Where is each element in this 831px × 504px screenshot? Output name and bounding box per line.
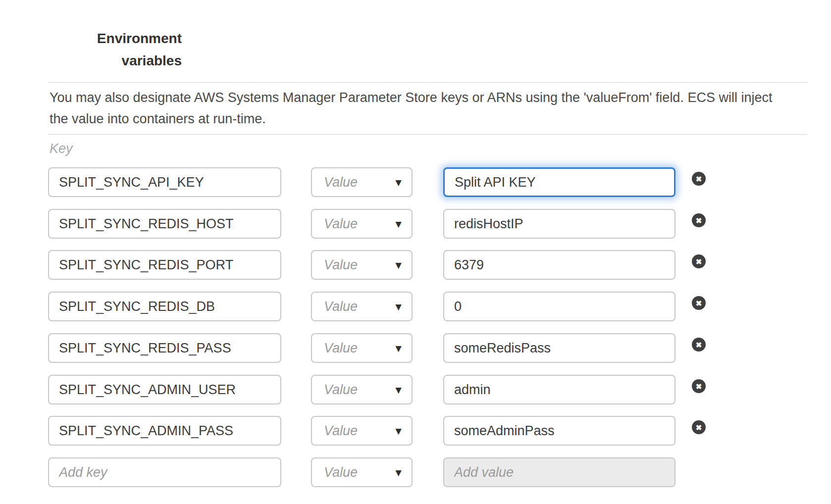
- environment-variables-section: Environment variables You may also desig…: [0, 0, 831, 504]
- env-value-input[interactable]: [443, 250, 675, 280]
- env-value-input[interactable]: [443, 209, 675, 239]
- env-var-row: Value ▼ ✖: [0, 416, 831, 446]
- value-type-dropdown[interactable]: Value ▼: [311, 167, 413, 197]
- value-type-dropdown[interactable]: Value ▼: [311, 416, 413, 446]
- value-type-label: Value: [324, 175, 358, 190]
- value-type-label: Value: [324, 465, 358, 480]
- env-value-input[interactable]: [443, 416, 675, 446]
- remove-row-button[interactable]: ✖: [692, 296, 706, 310]
- section-label-line2: variables: [48, 50, 182, 72]
- value-type-dropdown[interactable]: Value ▼: [311, 209, 413, 239]
- section-description: You may also designate AWS Systems Manag…: [50, 87, 772, 130]
- env-key-input[interactable]: [48, 292, 281, 321]
- chevron-down-icon: ▼: [393, 260, 404, 270]
- remove-icon: ✖: [696, 383, 702, 390]
- env-value-input[interactable]: [443, 333, 675, 363]
- add-value-input: [443, 457, 675, 487]
- value-type-label: Value: [324, 382, 358, 398]
- value-type-label: Value: [324, 257, 358, 273]
- chevron-down-icon: ▼: [393, 302, 404, 312]
- chevron-down-icon: ▼: [393, 467, 404, 478]
- remove-icon: ✖: [696, 300, 702, 307]
- remove-row-button[interactable]: ✖: [692, 420, 706, 434]
- env-var-row: Value ▼ ✖: [0, 250, 831, 280]
- env-key-input[interactable]: [48, 209, 281, 239]
- divider-top: [48, 82, 807, 83]
- env-key-input[interactable]: [48, 333, 281, 363]
- value-type-dropdown[interactable]: Value ▼: [311, 250, 413, 280]
- remove-row-button[interactable]: ✖: [692, 172, 706, 186]
- env-value-input[interactable]: [443, 375, 675, 404]
- value-type-label: Value: [324, 216, 358, 232]
- section-label-line1: Environment: [48, 27, 182, 50]
- divider-bottom: [48, 134, 807, 135]
- remove-icon: ✖: [696, 424, 702, 431]
- chevron-down-icon: ▼: [393, 385, 404, 395]
- description-line2: the value into containers at run-time.: [50, 108, 772, 130]
- value-type-dropdown[interactable]: Value ▼: [311, 292, 413, 321]
- remove-icon: ✖: [696, 175, 702, 183]
- section-label: Environment variables: [48, 27, 182, 72]
- env-var-row: Value ▼ ✖: [0, 209, 831, 239]
- env-key-input[interactable]: [48, 375, 281, 404]
- chevron-down-icon: ▼: [393, 219, 404, 229]
- value-type-dropdown[interactable]: Value ▼: [311, 333, 413, 363]
- env-var-row: Value ▼ ✖: [0, 333, 831, 363]
- remove-row-button[interactable]: ✖: [692, 254, 706, 268]
- value-type-label: Value: [324, 299, 358, 314]
- remove-row-button[interactable]: ✖: [692, 338, 706, 352]
- key-column-label: Key: [50, 141, 73, 156]
- remove-icon: ✖: [696, 341, 702, 349]
- remove-icon: ✖: [696, 217, 702, 224]
- value-type-label: Value: [324, 423, 358, 439]
- chevron-down-icon: ▼: [393, 177, 404, 188]
- remove-icon: ✖: [696, 258, 702, 265]
- chevron-down-icon: ▼: [393, 343, 404, 353]
- value-type-dropdown[interactable]: Value ▼: [311, 457, 413, 487]
- description-line1: You may also designate AWS Systems Manag…: [50, 87, 772, 108]
- remove-row-button[interactable]: ✖: [692, 213, 706, 227]
- env-var-row: Value ▼ ✖: [0, 167, 831, 197]
- env-key-input[interactable]: [48, 167, 281, 197]
- env-key-input[interactable]: [48, 250, 281, 280]
- env-key-input[interactable]: [48, 416, 281, 446]
- env-value-input[interactable]: [443, 167, 675, 197]
- env-var-add-row: Value ▼: [0, 457, 831, 487]
- add-key-input[interactable]: [48, 457, 281, 487]
- env-value-input[interactable]: [443, 292, 675, 321]
- chevron-down-icon: ▼: [393, 426, 404, 436]
- env-var-row: Value ▼ ✖: [0, 292, 831, 321]
- env-var-row: Value ▼ ✖: [0, 375, 831, 404]
- value-type-dropdown[interactable]: Value ▼: [311, 375, 413, 404]
- value-type-label: Value: [324, 341, 358, 356]
- remove-row-button[interactable]: ✖: [692, 379, 706, 393]
